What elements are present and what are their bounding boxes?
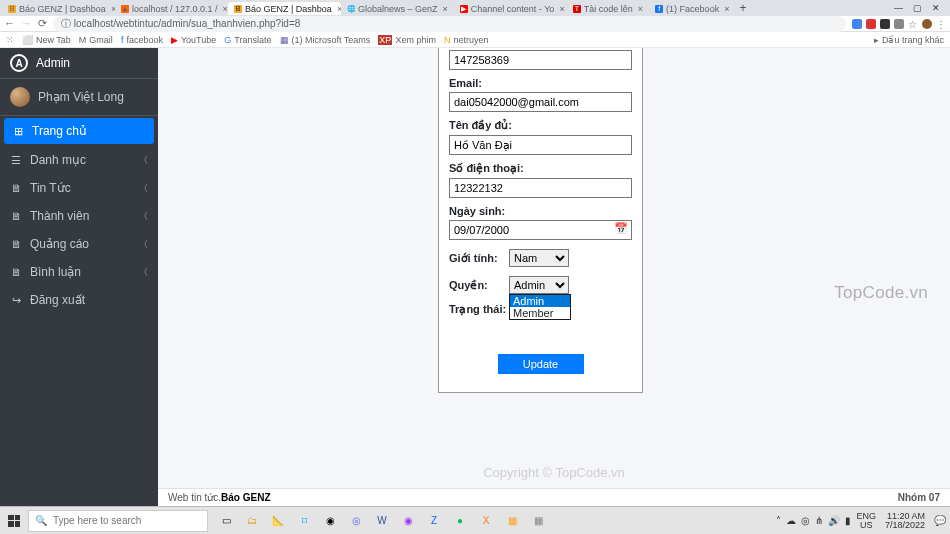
tray-battery-icon[interactable]: ▮ bbox=[845, 515, 851, 526]
dob-field[interactable] bbox=[449, 220, 632, 240]
update-button[interactable]: Update bbox=[498, 354, 584, 374]
user-name: Phạm Việt Long bbox=[38, 90, 124, 104]
window-minimize[interactable]: — bbox=[894, 3, 903, 13]
sidebar-item-members[interactable]: 🗎Thành viên〈 bbox=[0, 202, 158, 230]
browser-tabbar: BBáo GENZ | Dashboa× ▲localhost / 127.0.… bbox=[0, 0, 950, 16]
start-button[interactable] bbox=[0, 507, 28, 535]
bookmark[interactable]: N netruyen bbox=[444, 35, 489, 45]
messenger-icon[interactable]: ◉ bbox=[396, 509, 420, 533]
unknown-field[interactable] bbox=[449, 50, 632, 70]
bookmark[interactable]: M Gmail bbox=[79, 35, 113, 45]
sidebar: A Admin Phạm Việt Long ⊞Trang chủ ☰Danh … bbox=[0, 48, 158, 506]
star-icon[interactable]: ☆ bbox=[908, 19, 918, 29]
bookmark[interactable]: XP Xem phim bbox=[378, 35, 436, 45]
menu-icon[interactable]: ⋮ bbox=[936, 19, 946, 29]
address-bar: ← → ⟳ ⓘ localhost/webtintuc/admin/sua_th… bbox=[0, 16, 950, 32]
role-option-admin[interactable]: Admin bbox=[510, 295, 570, 307]
sidebar-item-comments[interactable]: 🗎Bình luận〈 bbox=[0, 258, 158, 286]
sidebar-item-ads[interactable]: 🗎Quảng cáo〈 bbox=[0, 230, 158, 258]
fullname-field[interactable] bbox=[449, 135, 632, 155]
tray-location-icon[interactable]: ◎ bbox=[801, 515, 810, 526]
copy-icon: 🗎 bbox=[10, 182, 22, 194]
gender-select[interactable]: Nam bbox=[509, 249, 569, 267]
nav-reload[interactable]: ⟳ bbox=[38, 17, 47, 30]
browser-tab[interactable]: f(1) Facebook× bbox=[649, 2, 735, 15]
email-field[interactable] bbox=[449, 92, 632, 112]
bookmark[interactable]: ▶ YouTube bbox=[171, 35, 216, 45]
role-select[interactable]: Admin bbox=[509, 276, 569, 294]
ext-icon[interactable] bbox=[880, 19, 890, 29]
sidebar-item-label: Đăng xuất bbox=[30, 293, 85, 307]
browser-tab[interactable]: 🌐Globalnews – GenZ× bbox=[341, 2, 454, 15]
url-field[interactable]: ⓘ localhost/webtintuc/admin/sua_thanhvie… bbox=[53, 16, 846, 32]
sidebar-item-label: Danh mục bbox=[30, 153, 86, 167]
tray-chevron-icon[interactable]: ˄ bbox=[776, 515, 781, 526]
role-option-member[interactable]: Member bbox=[510, 307, 570, 319]
other-bookmarks[interactable]: ▸ Dấu trang khác bbox=[874, 35, 944, 45]
new-tab-button[interactable]: + bbox=[735, 1, 750, 15]
sidebar-item-label: Quảng cáo bbox=[30, 237, 89, 251]
bookmark[interactable]: ⬜ New Tab bbox=[22, 35, 71, 45]
chevron-left-icon: 〈 bbox=[139, 210, 148, 223]
sidebar-item-news[interactable]: 🗎Tin Tức〈 bbox=[0, 174, 158, 202]
explorer-icon[interactable]: 🗂 bbox=[240, 509, 264, 533]
phone-field[interactable] bbox=[449, 178, 632, 198]
calendar-icon[interactable]: 📅 bbox=[614, 222, 628, 235]
tray-cloud-icon[interactable]: ☁ bbox=[786, 515, 796, 526]
tray-language[interactable]: ENGUS bbox=[856, 512, 876, 530]
spotify-icon[interactable]: ● bbox=[448, 509, 472, 533]
bookmark[interactable]: f facebook bbox=[121, 35, 163, 45]
window-maximize[interactable]: ▢ bbox=[913, 3, 922, 13]
bookmarks-bar: ⁙ ⬜ New Tab M Gmail f facebook ▶ YouTube… bbox=[0, 32, 950, 48]
fullname-label: Tên đầy đủ: bbox=[449, 119, 632, 132]
gender-label: Giới tính: bbox=[449, 252, 501, 265]
tray-clock[interactable]: 11:20 AM7/18/2022 bbox=[881, 512, 929, 530]
browser-tab[interactable]: ▲localhost / 127.0.0.1 /× bbox=[115, 2, 228, 15]
browser-tab[interactable]: BBáo GENZ | Dashboa× bbox=[2, 2, 115, 15]
ext-icon[interactable] bbox=[866, 19, 876, 29]
chevron-left-icon: 〈 bbox=[139, 154, 148, 167]
sidebar-item-category[interactable]: ☰Danh mục〈 bbox=[0, 146, 158, 174]
dob-label: Ngày sinh: bbox=[449, 205, 632, 217]
dashboard-icon: ⊞ bbox=[12, 125, 24, 138]
browser-tab-active[interactable]: BBáo GENZ | Dashboa× bbox=[228, 2, 341, 15]
task-view-icon[interactable]: ▭ bbox=[214, 509, 238, 533]
apps-icon[interactable]: ⁙ bbox=[6, 35, 14, 45]
ext-icon[interactable] bbox=[852, 19, 862, 29]
close-icon[interactable]: × bbox=[638, 4, 643, 14]
ext-icon[interactable] bbox=[894, 19, 904, 29]
word-icon[interactable]: W bbox=[370, 509, 394, 533]
sidebar-item-label: Thành viên bbox=[30, 209, 89, 223]
copy-icon: 🗎 bbox=[10, 238, 22, 250]
app-icon[interactable]: ▦ bbox=[526, 509, 550, 533]
close-icon[interactable]: × bbox=[443, 4, 448, 14]
window-close[interactable]: ✕ bbox=[932, 3, 940, 13]
nav-back[interactable]: ← bbox=[4, 17, 15, 30]
discord-icon[interactable]: ◎ bbox=[344, 509, 368, 533]
vscode-icon[interactable]: ⌑ bbox=[292, 509, 316, 533]
bookmark[interactable]: G Translate bbox=[224, 35, 271, 45]
xampp-icon[interactable]: X bbox=[474, 509, 498, 533]
tray-volume-icon[interactable]: 🔊 bbox=[828, 515, 840, 526]
chrome-icon[interactable]: ◉ bbox=[318, 509, 342, 533]
sidebar-brand[interactable]: A Admin bbox=[0, 48, 158, 79]
taskbar-search[interactable]: 🔍Type here to search bbox=[28, 510, 208, 532]
nav-forward[interactable]: → bbox=[21, 17, 32, 30]
tray-notifications-icon[interactable]: 💬 bbox=[934, 515, 946, 526]
close-icon[interactable]: × bbox=[724, 4, 729, 14]
close-icon[interactable]: × bbox=[559, 4, 564, 14]
zalo-icon[interactable]: Z bbox=[422, 509, 446, 533]
app-icon[interactable]: ▦ bbox=[500, 509, 524, 533]
profile-icon[interactable] bbox=[922, 19, 932, 29]
tray-wifi-icon[interactable]: ⋔ bbox=[815, 515, 823, 526]
app-icon[interactable]: 📐 bbox=[266, 509, 290, 533]
browser-tab[interactable]: TTài code lên× bbox=[567, 2, 649, 15]
brand-label: Admin bbox=[36, 56, 70, 70]
bookmark[interactable]: ▦ (1) Microsoft Teams bbox=[280, 35, 371, 45]
sidebar-user[interactable]: Phạm Việt Long bbox=[0, 79, 158, 116]
sidebar-item-logout[interactable]: ↪Đăng xuất bbox=[0, 286, 158, 314]
sidebar-item-label: Bình luận bbox=[30, 265, 81, 279]
sidebar-item-home[interactable]: ⊞Trang chủ bbox=[4, 118, 154, 144]
avatar bbox=[10, 87, 30, 107]
browser-tab[interactable]: ▶Channel content - Yo× bbox=[454, 2, 567, 15]
